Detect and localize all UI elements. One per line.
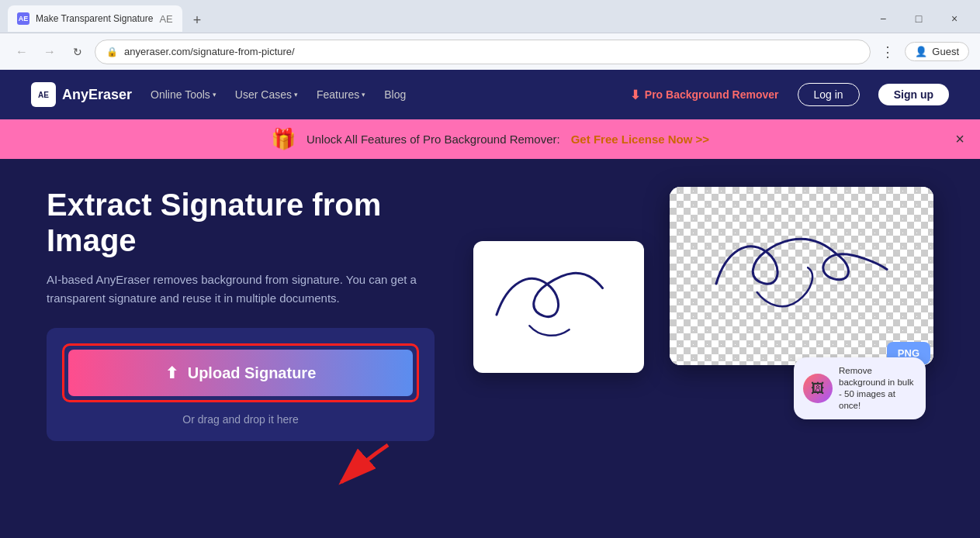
new-tab-button[interactable]: + [185,9,210,32]
address-bar[interactable]: 🔒 anyeraser.com/signature-from-picture/ [95,40,871,64]
guest-profile-button[interactable]: 👤 Guest [905,42,969,61]
promo-banner: 🎁 Unlock All Features of Pro Background … [0,119,980,159]
logo-text: AnyEraser [62,87,132,103]
minimize-button[interactable]: − [865,6,901,31]
upload-area: ⬆ Upload Signature Or drag and drop it h… [47,328,435,441]
browser-tabs: AE Make Transparent Signature AE + [8,5,862,32]
hero-description: AI-based AnyEraser removes background fr… [47,271,435,308]
browser-tab-active[interactable]: AE Make Transparent Signature AE [8,5,182,32]
bubble-icon: 🖼 [803,374,833,403]
signup-button[interactable]: Sign up [878,84,949,105]
browser-chrome: AE Make Transparent Signature AE + − □ ×… [0,0,980,70]
bulk-remove-bubble[interactable]: 🖼 Remove background in bulk - 50 images … [794,357,926,419]
nav-user-cases-label: User Cases [235,88,292,101]
guest-icon: 👤 [915,46,927,57]
upload-label: Upload Signature [188,364,317,382]
tab-favicon: AE [17,12,29,25]
nav-online-tools-label: Online Tools [151,88,210,101]
browser-controls: ← → ↻ 🔒 anyeraser.com/signature-from-pic… [0,33,980,70]
banner-link[interactable]: Get Free License Now >> [571,133,709,146]
upload-signature-button[interactable]: ⬆ Upload Signature [68,350,413,396]
hero-left: Extract Signature from Image AI-based An… [47,187,435,491]
nav-features-chevron: ▾ [362,91,365,98]
processed-signature-card [670,187,933,365]
nav-blog[interactable]: Blog [384,88,406,101]
banner-text: Unlock All Features of Pro Background Re… [306,133,560,146]
navbar: AE AnyEraser Online Tools ▾ User Cases ▾… [0,70,980,119]
hero-title: Extract Signature from Image [47,187,435,258]
arrow-svg [318,437,403,491]
tab-close-icon[interactable]: AE [159,13,172,25]
pro-icon: ⬇ [630,88,640,102]
browser-titlebar: AE Make Transparent Signature AE + − □ × [0,0,980,33]
hero-section: Extract Signature from Image AI-based An… [0,159,980,499]
nav-features[interactable]: Features ▾ [317,88,365,101]
maximize-button[interactable]: □ [901,6,937,31]
upload-icon: ⬆ [165,364,178,382]
address-lock-icon: 🔒 [106,47,118,57]
nav-forward-button[interactable]: → [39,41,61,63]
pro-label: Pro Background Remover [645,88,779,101]
checker-background [670,187,933,365]
original-signature-card [473,241,644,373]
hero-right: PNG 🖼 Remove background in bulk - 50 ima… [466,187,933,419]
nav-features-label: Features [317,88,359,101]
guest-label: Guest [932,46,959,57]
nav-blog-label: Blog [384,88,406,101]
nav-online-tools[interactable]: Online Tools ▾ [151,88,216,101]
window-controls: − □ × [865,6,972,31]
drag-drop-text: Or drag and drop it here [62,413,419,426]
nav-online-tools-chevron: ▾ [213,91,216,98]
banner-gift-icon: 🎁 [271,127,296,151]
upload-btn-border: ⬆ Upload Signature [62,343,419,402]
address-text: anyeraser.com/signature-from-picture/ [124,46,295,57]
login-button[interactable]: Log in [798,83,860,106]
website: AE AnyEraser Online Tools ▾ User Cases ▾… [0,70,980,538]
close-button[interactable]: × [937,6,972,31]
banner-close-button[interactable]: × [955,130,964,148]
signature-original-svg [489,268,629,346]
browser-menu-button[interactable]: ⋮ [877,41,899,63]
nav-user-cases[interactable]: User Cases ▾ [235,88,298,101]
nav-reload-button[interactable]: ↻ [67,41,88,63]
tab-title: Make Transparent Signature [36,13,153,24]
bubble-text: Remove background in bulk - 50 images at… [839,365,916,412]
arrow-area [47,437,435,491]
signature-processed-svg [693,229,910,322]
logo[interactable]: AE AnyEraser [31,82,132,107]
nav-pro-bg-remover[interactable]: ⬇ Pro Background Remover [630,88,779,102]
logo-icon: AE [31,82,56,107]
nav-back-button[interactable]: ← [11,41,33,63]
nav-user-cases-chevron: ▾ [294,91,298,98]
